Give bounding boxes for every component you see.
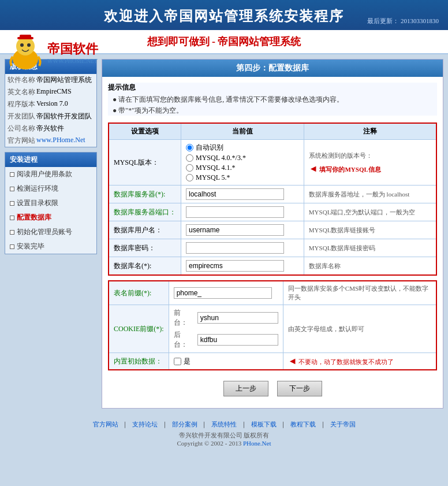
footer-phome-link[interactable]: PHone.Net <box>243 440 271 447</box>
content-body: 提示信息 ● 请在下面填写您的数据库账号信息, 通常情况下不需要修改绿色选项内容… <box>102 77 443 408</box>
db-user-value-cell <box>181 221 304 239</box>
nav-square-icon <box>10 216 14 220</box>
db-server-label: 数据库服务器(*): <box>109 186 181 203</box>
radio-50[interactable]: MYSQL 5.* <box>186 173 299 182</box>
logo-area: 帝国软件 WWW.PHOME.NET <box>6 32 98 72</box>
arrow-fill-note: ◄ 填写你的MYSQL信息 <box>309 164 431 174</box>
tip2: ● 带"*"项为不能为空。 <box>113 106 437 116</box>
db-name-value-cell <box>181 257 304 276</box>
sidebar-item-config-db[interactable]: 配置数据库 <box>5 210 96 225</box>
footer-link-about[interactable]: 关于帝国 <box>330 421 356 428</box>
db-port-note: MYSQL端口,空为默认端口，一般为空 <box>304 203 436 221</box>
db-server-input[interactable] <box>186 188 284 200</box>
db-config-table: 设置选项 当前值 注释 MYSQL版本： <box>108 123 437 276</box>
radio-41-input[interactable] <box>186 164 193 172</box>
mysql-version-label: MYSQL版本： <box>109 140 181 186</box>
footer-copyright: Copyright © 2002 - 2013 PHone.Net <box>0 440 448 447</box>
radio-40[interactable]: MYSQL 4.0.*/3.* <box>186 154 299 162</box>
content-area: 第四步：配置数据库 提示信息 ● 请在下面填写您的数据库账号信息, 通常情况下不… <box>102 59 443 409</box>
page-header: 欢迎进入帝国网站管理系统安装程序 最后更新： 201303301830 <box>0 0 448 30</box>
radio-auto[interactable]: 自动识别 <box>186 143 299 153</box>
form-area: 设置选项 当前值 注释 MYSQL版本： <box>108 123 437 375</box>
arrow-right-icon: ◄ <box>309 164 318 173</box>
footer-link-official[interactable]: 官方网站 <box>93 421 118 428</box>
cookie-back-label: 后台： <box>174 330 194 350</box>
footer-link-forum[interactable]: 支持论坛 <box>132 421 158 428</box>
db-pass-label: 数据库密码： <box>109 239 181 257</box>
db-name-note: 数据库名称 <box>304 257 436 276</box>
db-name-input[interactable] <box>186 260 284 272</box>
mysql-version-note: 系统检测到的版本号： ◄ 填写你的MYSQL信息 <box>304 140 436 186</box>
radio-auto-input[interactable] <box>186 144 193 151</box>
cookie-front-label: 前台： <box>174 308 194 328</box>
cookie-back-input[interactable] <box>197 334 278 346</box>
db-pass-value-cell <box>181 239 304 257</box>
official-website-link[interactable]: www.PHome.Net <box>36 136 85 144</box>
cookie-front-input[interactable] <box>197 312 278 324</box>
db-port-input[interactable] <box>186 206 284 218</box>
svg-point-1 <box>16 37 35 55</box>
next-button[interactable]: 下一步 <box>277 381 322 396</box>
sidebar-item-dir-permissions[interactable]: 设置目录权限 <box>5 196 96 210</box>
table-row: MYSQL版本： 自动识别 MYSQL 4.0.*/3.* MYSQL 4.1.… <box>109 140 436 186</box>
col-header-note: 注释 <box>304 123 436 140</box>
list-item: 官方网站 www.PHome.Net <box>5 135 96 147</box>
nav-square-icon <box>10 230 14 235</box>
mysql-version-options: 自动识别 MYSQL 4.0.*/3.* MYSQL 4.1.* MYSQL 5… <box>181 140 304 186</box>
init-data-checkbox[interactable] <box>174 358 181 365</box>
sidebar-item-install-done[interactable]: 安装完毕 <box>5 239 96 254</box>
footer-link-features[interactable]: 系统特性 <box>211 421 237 428</box>
step-title: 第四步：配置数据库 <box>102 60 443 77</box>
mascot-icon <box>6 32 45 72</box>
sidebar-item-check-env[interactable]: 检测运行环境 <box>5 181 96 196</box>
form-left: 设置选项 当前值 注释 MYSQL版本： <box>108 123 437 375</box>
logo-brand-name: 帝国软件 <box>47 40 98 58</box>
sidebar-item-admin-init[interactable]: 初始化管理员账号 <box>5 225 96 239</box>
init-data-checkbox-area: 是 <box>174 357 278 366</box>
table-prefix-label: 表名前缀(*): <box>109 281 169 305</box>
init-data-label: 内置初始数据： <box>109 353 169 370</box>
tip1: ● 请在下面填写您的数据库账号信息, 通常情况下不需要修改绿色选项内容。 <box>113 95 437 105</box>
list-item: 英文名称 EmpireCMS <box>5 86 96 98</box>
svg-point-2 <box>20 43 24 47</box>
footer-link-templates[interactable]: 模板下载 <box>251 421 277 428</box>
main-layout: 版权信息 软件名称 帝国网站管理系统 英文名称 EmpireCMS 程序版本 V… <box>0 54 448 413</box>
table-row: 数据库名(*): 数据库名称 <box>109 257 436 276</box>
table-row: 数据库服务器端口： MYSQL端口,空为默认端口，一般为空 <box>109 203 436 221</box>
sidebar-copyright-section: 版权信息 软件名称 帝国网站管理系统 英文名称 EmpireCMS 程序版本 V… <box>5 59 97 147</box>
db-user-input[interactable] <box>186 224 284 236</box>
header-update: 最后更新： 201303301830 <box>367 17 439 25</box>
sidebar-progress-section: 安装进程 阅读用户使用条款 检测运行环境 设置目录权限 配置数据库 <box>5 152 97 254</box>
prefix-config-table: 表名前缀(*): 同一数据库安装多个CMS时可改变默认，不能数字开头 COOKI… <box>108 280 437 370</box>
table-row: 数据库用户名： MYSQL数据库链接账号 <box>109 221 436 239</box>
nav-square-icon <box>10 187 14 191</box>
db-pass-input[interactable] <box>186 242 284 254</box>
init-data-value-cell: 是 <box>169 353 283 370</box>
svg-point-3 <box>27 43 31 47</box>
cookie-inputs: 前台： 后台： <box>174 308 278 350</box>
prev-button[interactable]: 上一步 <box>223 381 268 396</box>
list-item: 软件名称 帝国网站管理系统 <box>5 74 96 86</box>
radio-40-input[interactable] <box>186 154 193 162</box>
table-prefix-input[interactable] <box>174 287 272 299</box>
table-row: 数据库服务器(*): 数据库服务器地址，一般为 localhost <box>109 186 436 203</box>
db-server-value-cell <box>181 186 304 203</box>
cookie-note: 由英文字母组成，默认即可 <box>283 305 436 353</box>
sidebar-info-list: 软件名称 帝国网站管理系统 英文名称 EmpireCMS 程序版本 Versio… <box>5 74 96 147</box>
svg-rect-5 <box>20 35 31 39</box>
page-footer: 官方网站 ｜ 支持论坛 ｜ 部分案例 ｜ 系统特性 ｜ 模板下载 ｜ 教程下载 … <box>0 413 448 451</box>
logo-brand: 帝国软件 WWW.PHOME.NET <box>47 40 98 64</box>
arrow-right-icon2: ◄ <box>288 356 297 366</box>
footer-links: 官方网站 ｜ 支持论坛 ｜ 部分案例 ｜ 系统特性 ｜ 模板下载 ｜ 教程下载 … <box>0 420 448 429</box>
db-pass-note: MYSQL数据库链接密码 <box>304 239 436 257</box>
radio-50-input[interactable] <box>186 174 193 181</box>
radio-group-mysql: 自动识别 MYSQL 4.0.*/3.* MYSQL 4.1.* MYSQL 5… <box>186 143 299 182</box>
init-data-note: ◄ 不要动，动了数据就恢复不成功了 <box>283 353 436 370</box>
footer-company: 帝兴软件开发有限公司 版权所有 <box>0 431 448 440</box>
sidebar-item-terms[interactable]: 阅读用户使用条款 <box>5 167 96 181</box>
footer-link-tutorials[interactable]: 教程下载 <box>290 421 316 428</box>
sub-header-title: 想到即可做到 - 帝国网站管理系统 <box>147 35 301 49</box>
footer-link-cases[interactable]: 部分案例 <box>172 421 197 428</box>
sub-header: 帝国软件 WWW.PHOME.NET 想到即可做到 - 帝国网站管理系统 <box>0 30 448 54</box>
radio-41[interactable]: MYSQL 4.1.* <box>186 164 299 172</box>
